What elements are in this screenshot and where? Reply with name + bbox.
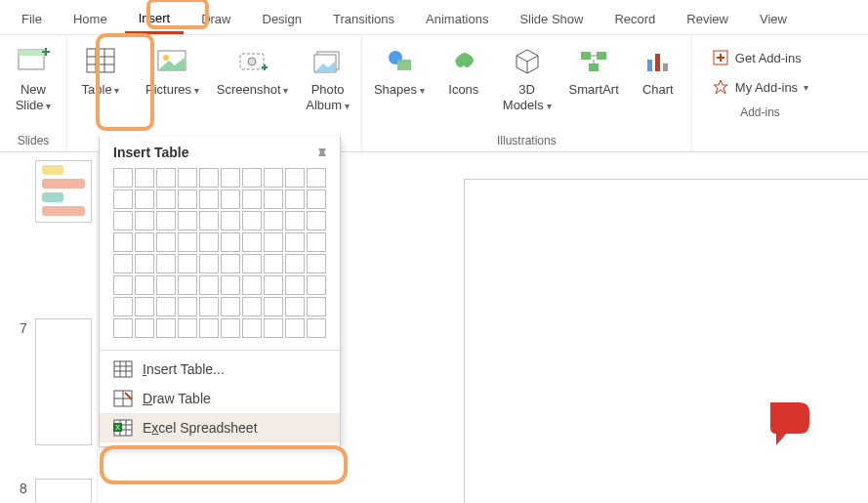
tab-insert[interactable]: Insert — [125, 5, 185, 34]
tab-draw[interactable]: Draw — [187, 6, 244, 32]
grid-cell[interactable] — [156, 168, 176, 188]
grid-cell[interactable] — [221, 232, 240, 252]
grid-cell[interactable] — [307, 297, 326, 316]
grid-cell[interactable] — [221, 318, 240, 338]
grid-cell[interactable] — [178, 211, 197, 231]
grid-cell[interactable] — [135, 168, 154, 188]
grid-cell[interactable] — [178, 232, 197, 252]
grid-cell[interactable] — [156, 297, 176, 316]
insert-table-grid[interactable] — [100, 166, 340, 346]
slide-thumb-6[interactable] — [35, 160, 92, 223]
tab-file[interactable]: File — [8, 6, 56, 32]
grid-cell[interactable] — [285, 318, 305, 338]
grid-cell[interactable] — [113, 189, 133, 209]
screenshot-button[interactable]: Screenshot — [211, 39, 295, 102]
grid-cell[interactable] — [242, 232, 262, 252]
grid-cell[interactable] — [178, 275, 197, 295]
grid-cell[interactable] — [264, 254, 283, 273]
grid-cell[interactable] — [156, 211, 176, 231]
grid-cell[interactable] — [199, 189, 219, 209]
grid-cell[interactable] — [307, 254, 326, 273]
grid-cell[interactable] — [264, 168, 283, 188]
grid-cell[interactable] — [264, 211, 283, 231]
grid-cell[interactable] — [178, 254, 197, 273]
grid-cell[interactable] — [199, 254, 219, 273]
grid-cell[interactable] — [285, 168, 305, 188]
grid-cell[interactable] — [113, 254, 133, 273]
grid-cell[interactable] — [113, 297, 133, 316]
new-slide-button[interactable]: New Slide — [6, 39, 61, 116]
grid-cell[interactable] — [264, 189, 283, 209]
grid-cell[interactable] — [156, 232, 176, 252]
grid-cell[interactable] — [242, 318, 262, 338]
grid-cell[interactable] — [242, 189, 262, 209]
grid-cell[interactable] — [264, 297, 283, 316]
grid-cell[interactable] — [135, 275, 154, 295]
slide-thumb-8[interactable] — [35, 479, 92, 502]
pin-icon[interactable] — [316, 147, 328, 158]
tab-animations[interactable]: Animations — [412, 6, 502, 32]
icons-button[interactable]: Icons — [436, 39, 491, 102]
grid-cell[interactable] — [135, 211, 154, 231]
tab-review[interactable]: Review — [673, 6, 742, 32]
grid-cell[interactable] — [264, 232, 283, 252]
photo-album-button[interactable]: Photo Album — [300, 39, 355, 116]
grid-cell[interactable] — [307, 211, 326, 231]
grid-cell[interactable] — [199, 297, 219, 316]
insert-table-item[interactable]: IInsert Table...nsert Table... — [100, 355, 340, 384]
grid-cell[interactable] — [307, 275, 326, 295]
tab-design[interactable]: Design — [249, 6, 315, 32]
grid-cell[interactable] — [135, 189, 154, 209]
tab-record[interactable]: Record — [600, 6, 669, 32]
grid-cell[interactable] — [307, 232, 326, 252]
grid-cell[interactable] — [156, 318, 176, 338]
grid-cell[interactable] — [178, 297, 197, 316]
grid-cell[interactable] — [307, 189, 326, 209]
3d-models-button[interactable]: 3D Models — [497, 39, 558, 116]
smartart-button[interactable]: SmartArt — [563, 39, 625, 102]
grid-cell[interactable] — [285, 297, 305, 316]
grid-cell[interactable] — [242, 254, 262, 273]
grid-cell[interactable] — [199, 232, 219, 252]
grid-cell[interactable] — [156, 254, 176, 273]
grid-cell[interactable] — [221, 211, 240, 231]
grid-cell[interactable] — [178, 168, 197, 188]
grid-cell[interactable] — [285, 275, 305, 295]
grid-cell[interactable] — [264, 318, 283, 338]
excel-spreadsheet-item[interactable]: X Excel Spreadsheet — [100, 413, 340, 442]
grid-cell[interactable] — [221, 254, 240, 273]
grid-cell[interactable] — [113, 168, 133, 188]
grid-cell[interactable] — [113, 211, 133, 231]
grid-cell[interactable] — [199, 275, 219, 295]
grid-cell[interactable] — [221, 297, 240, 316]
draw-table-item[interactable]: Draw Table — [100, 384, 340, 413]
grid-cell[interactable] — [113, 275, 133, 295]
grid-cell[interactable] — [285, 189, 305, 209]
grid-cell[interactable] — [135, 318, 154, 338]
grid-cell[interactable] — [242, 275, 262, 295]
chart-button[interactable]: Chart — [631, 39, 685, 102]
tab-view[interactable]: View — [746, 6, 801, 32]
grid-cell[interactable] — [135, 297, 154, 316]
shapes-button[interactable]: Shapes — [368, 39, 431, 102]
grid-cell[interactable] — [242, 211, 262, 231]
grid-cell[interactable] — [135, 232, 154, 252]
tab-slideshow[interactable]: Slide Show — [506, 6, 597, 32]
grid-cell[interactable] — [135, 254, 154, 273]
grid-cell[interactable] — [199, 168, 219, 188]
grid-cell[interactable] — [307, 168, 326, 188]
grid-cell[interactable] — [307, 318, 326, 338]
grid-cell[interactable] — [199, 318, 219, 338]
grid-cell[interactable] — [221, 189, 240, 209]
get-addins-button[interactable]: Get Add-ins — [708, 45, 812, 70]
grid-cell[interactable] — [156, 189, 176, 209]
grid-cell[interactable] — [221, 168, 240, 188]
grid-cell[interactable] — [113, 318, 133, 338]
grid-cell[interactable] — [156, 275, 176, 295]
grid-cell[interactable] — [178, 318, 197, 338]
my-addins-button[interactable]: My Add-ins ▾ — [708, 74, 812, 100]
slide-thumb-7[interactable] — [35, 318, 92, 445]
grid-cell[interactable] — [264, 275, 283, 295]
grid-cell[interactable] — [221, 275, 240, 295]
grid-cell[interactable] — [285, 254, 305, 273]
